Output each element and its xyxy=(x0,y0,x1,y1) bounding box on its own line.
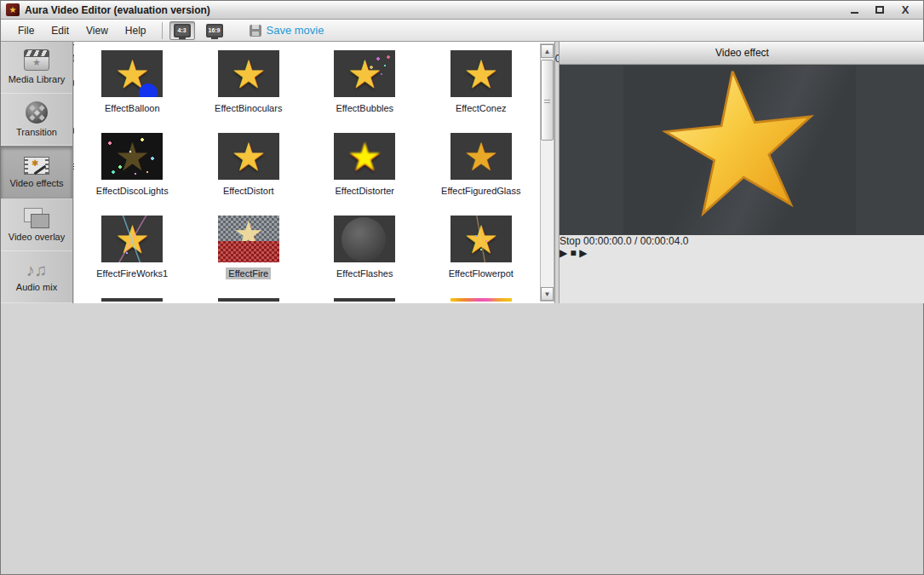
save-icon xyxy=(250,25,261,37)
effect-item[interactable]: ★ EffectDiscoLights xyxy=(74,133,191,216)
scrollbar-grip xyxy=(544,98,550,103)
effect-item[interactable]: ★ EffectDistort xyxy=(191,133,307,216)
monitor-4-3-icon: 4:3 xyxy=(174,24,191,37)
effect-thumbnail[interactable]: ★ xyxy=(218,216,279,262)
sidebar-item-video-overlay[interactable]: Video overlay xyxy=(1,199,72,251)
media-library-icon: ★ xyxy=(24,51,49,71)
effect-thumbnail[interactable]: ★ xyxy=(101,50,163,97)
video-overlay-icon xyxy=(24,208,49,228)
effect-item[interactable]: ★ EffectBubbles xyxy=(307,50,423,133)
sidebar-item-audio-mix[interactable]: ♪♫ Audio mix xyxy=(1,251,72,303)
video-effects-icon xyxy=(24,157,49,175)
menubar: File Edit View Help 4:3 16:9 Save movie xyxy=(1,20,923,42)
effects-scrollbar[interactable]: ▲ ▼ xyxy=(540,43,554,302)
effect-label: EffectFlashes xyxy=(334,267,395,279)
effect-item[interactable]: ★ EffectFiguredGlass xyxy=(423,133,540,216)
menubar-divider xyxy=(162,22,163,39)
save-movie-button[interactable]: Save movie xyxy=(250,24,324,37)
star-icon: ★ xyxy=(115,55,150,94)
sidebar-item-media-library[interactable]: ★ Media Library xyxy=(1,42,72,94)
scroll-down-icon[interactable]: ▼ xyxy=(541,287,554,301)
preview-title: Video effect xyxy=(715,47,769,59)
effect-item[interactable]: ★ EffectFlowerpot xyxy=(423,216,540,298)
effect-thumbnail[interactable]: ★ xyxy=(218,50,279,97)
effect-item-partial[interactable]: ★ xyxy=(423,298,540,302)
stop-label[interactable]: Stop xyxy=(560,235,581,247)
save-movie-label: Save movie xyxy=(267,24,324,37)
effect-item[interactable]: ★ EffectConez xyxy=(423,50,540,133)
effect-thumbnail[interactable]: ★ xyxy=(334,216,395,262)
star-icon: ★ xyxy=(231,55,266,94)
effect-label: EffectFireWorks1 xyxy=(94,267,170,279)
effect-thumbnail[interactable]: ★ xyxy=(451,298,512,302)
main-region: ★ Media Library Transition Video effects… xyxy=(1,42,924,303)
effect-thumbnail[interactable]: ★ xyxy=(334,50,395,97)
sidebar-item-video-effects[interactable]: Video effects xyxy=(1,146,72,198)
sidebar: ★ Media Library Transition Video effects… xyxy=(1,42,73,303)
effect-label: EffectDistort xyxy=(221,185,277,197)
preview-panel: Video effect xyxy=(559,42,924,303)
flames-graphic xyxy=(623,150,856,234)
effect-thumbnail[interactable]: ★ xyxy=(218,298,279,302)
sidebar-item-transition[interactable]: Transition xyxy=(1,94,72,146)
effect-item-partial[interactable]: ★ xyxy=(191,298,307,302)
close-button[interactable]: X xyxy=(899,5,911,15)
effect-label: EffectBinoculars xyxy=(212,102,284,114)
menu-view[interactable]: View xyxy=(77,21,117,40)
effect-item[interactable]: ★ EffectFlashes xyxy=(307,216,423,298)
preview-viewport xyxy=(560,65,924,235)
effect-label: EffectConez xyxy=(453,102,509,114)
effect-label: EffectDistorter xyxy=(333,185,398,197)
effect-item[interactable]: ★ EffectFireWorks1 xyxy=(74,216,191,298)
star-icon: ★ xyxy=(463,137,498,176)
effect-item[interactable]: ★ EffectBalloon xyxy=(74,50,191,133)
effect-item-partial[interactable]: ★ xyxy=(74,298,191,302)
effect-item[interactable]: ★ EffectBinoculars xyxy=(191,50,307,133)
menu-file[interactable]: File xyxy=(9,21,43,40)
effect-item[interactable]: ★ EffectDistorter xyxy=(307,133,423,216)
effect-label: EffectFiguredGlass xyxy=(439,185,523,197)
maximize-button[interactable] xyxy=(874,5,886,15)
effect-label: EffectDiscoLights xyxy=(94,185,171,197)
effect-label: EffectBalloon xyxy=(102,102,163,114)
effect-item[interactable]: ★ EffectFire xyxy=(191,216,307,298)
menu-edit[interactable]: Edit xyxy=(43,21,77,40)
stop-button[interactable]: ■ xyxy=(571,247,577,259)
star-icon: ★ xyxy=(115,137,150,176)
audio-mix-icon: ♪♫ xyxy=(26,262,48,279)
effect-label: EffectFire xyxy=(226,267,271,279)
effect-thumbnail[interactable]: ★ xyxy=(451,50,512,97)
minimize-icon xyxy=(851,12,858,14)
effect-thumbnail[interactable]: ★ xyxy=(101,298,163,302)
effect-thumbnail[interactable]: ★ xyxy=(334,298,395,302)
time-display: 00:00:00.0 / 00:00:04.0 xyxy=(583,235,688,247)
app-icon: ★ xyxy=(6,3,20,16)
preview-frame xyxy=(623,66,856,234)
effect-thumbnail[interactable]: ★ xyxy=(101,133,163,180)
scrollbar-thumb[interactable] xyxy=(541,60,554,141)
app-window: ★ Aura Video Editor (evaluation version)… xyxy=(0,0,924,575)
preview-header: Video effect xyxy=(560,42,924,65)
star-icon: ★ xyxy=(347,55,382,94)
effect-thumbnail[interactable]: ★ xyxy=(334,133,395,180)
menu-help[interactable]: Help xyxy=(117,21,155,40)
star-icon: ★ xyxy=(347,220,382,259)
minimize-button[interactable] xyxy=(848,5,860,15)
effect-thumbnail[interactable]: ★ xyxy=(218,133,279,180)
effect-thumbnail[interactable]: ★ xyxy=(451,133,512,180)
play-button[interactable]: ▶ xyxy=(560,247,567,259)
next-frame-button[interactable]: ▶ xyxy=(579,247,587,259)
star-icon: ★ xyxy=(231,137,266,176)
star-icon: ★ xyxy=(115,220,150,259)
preview-controls: Stop 00:00:00.0 / 00:00:04.0 xyxy=(560,235,924,247)
close-icon: X xyxy=(902,3,910,16)
scroll-up-icon[interactable]: ▲ xyxy=(541,44,554,58)
aspect-4-3-button[interactable]: 4:3 xyxy=(169,21,195,40)
aspect-16-9-button[interactable]: 16:9 xyxy=(202,21,227,40)
effect-label: EffectBubbles xyxy=(333,102,396,114)
effect-item-partial[interactable]: ★ xyxy=(307,298,423,302)
star-icon: ★ xyxy=(463,220,498,259)
effect-thumbnail[interactable]: ★ xyxy=(101,216,163,262)
monitor-16-9-icon: 16:9 xyxy=(206,24,223,37)
effect-thumbnail[interactable]: ★ xyxy=(451,216,512,262)
